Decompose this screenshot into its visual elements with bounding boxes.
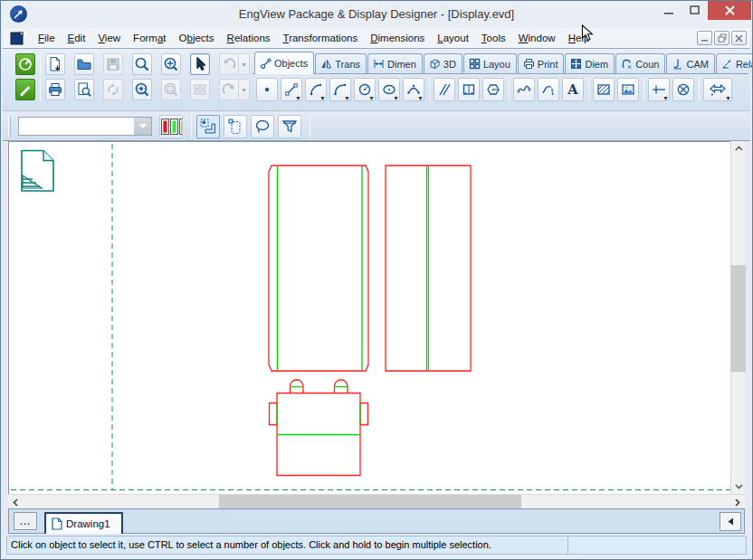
tab-print[interactable]: Print xyxy=(518,53,565,73)
tab-objects[interactable]: Objects xyxy=(254,52,314,74)
double-arrow-icon xyxy=(709,81,727,98)
menu-window[interactable]: Window xyxy=(512,30,562,46)
document-system-icon[interactable] xyxy=(10,32,25,45)
zoom-fit-button[interactable] xyxy=(132,79,152,100)
combobox-dropdown-icon[interactable] xyxy=(134,118,151,135)
tab-3d[interactable]: 3D xyxy=(424,53,462,73)
menu-objects[interactable]: Objects xyxy=(173,30,221,46)
circle-tool[interactable]: ▼ xyxy=(354,78,376,101)
objects-tab-icon xyxy=(260,58,272,70)
cube-3d-tab-icon xyxy=(429,58,441,70)
select-inside-button[interactable] xyxy=(224,115,247,138)
menu-relations[interactable]: Relations xyxy=(221,30,277,46)
save-icon xyxy=(105,56,121,72)
undo-button[interactable]: ▼ xyxy=(219,53,250,75)
tab-transformations[interactable]: Trans xyxy=(315,53,367,73)
mdi-restore-button[interactable] xyxy=(714,31,729,45)
drawing-canvas[interactable] xyxy=(8,141,732,494)
mdi-close-icon xyxy=(735,34,743,43)
line-styles-button[interactable] xyxy=(159,115,183,138)
arc-corner-tool[interactable]: ▼ xyxy=(329,78,351,101)
center-mark-tool[interactable]: ▼ xyxy=(648,78,670,101)
tab-counter[interactable]: Coun xyxy=(615,53,665,73)
layout-table-button[interactable] xyxy=(190,79,210,100)
print-button[interactable] xyxy=(45,79,65,100)
maximize-button[interactable] xyxy=(682,1,708,20)
arc-3-point-tool[interactable]: ▼ xyxy=(403,78,424,101)
mdi-minimize-button[interactable] xyxy=(697,31,712,45)
picture-icon xyxy=(620,81,636,98)
point-tool[interactable] xyxy=(256,78,278,101)
spline-tool[interactable] xyxy=(513,78,535,101)
drawing-sheet-icon xyxy=(52,517,62,530)
zoom-icon xyxy=(134,56,150,72)
horizontal-scroll-thumb[interactable] xyxy=(219,495,521,509)
select-touching-button[interactable] xyxy=(196,115,220,138)
status-side-panel xyxy=(568,536,746,554)
tab-dimensions[interactable]: Dimen xyxy=(367,53,423,73)
scroll-right-icon[interactable] xyxy=(730,495,745,509)
minimize-button[interactable] xyxy=(655,1,682,20)
zoom-pan-button[interactable] xyxy=(161,53,181,75)
tab-diemaking[interactable]: Diem xyxy=(565,53,615,73)
menu-layout[interactable]: Layout xyxy=(431,30,475,46)
save-button[interactable] xyxy=(103,53,123,75)
sheet-overflow-button[interactable]: ... xyxy=(14,512,37,530)
arc-tool[interactable]: ▼ xyxy=(305,78,327,101)
toolbar-separator xyxy=(699,78,700,101)
open-button[interactable] xyxy=(74,53,94,75)
redo-icon xyxy=(221,81,237,98)
point-icon xyxy=(259,81,275,98)
print-preview-button[interactable] xyxy=(74,79,94,100)
tab-cam[interactable]: CAM xyxy=(666,53,714,73)
sheet-nav-previous-button[interactable] xyxy=(720,512,741,531)
style-combobox[interactable] xyxy=(18,117,152,136)
tab-relations[interactable]: Relat xyxy=(716,53,753,73)
sheet-tab-drawing1[interactable]: Drawing1 xyxy=(44,512,123,534)
zoom-window-button[interactable] xyxy=(161,79,181,100)
undo-dropdown[interactable]: ▼ xyxy=(239,53,250,75)
vertical-scrollbar[interactable] xyxy=(730,141,745,494)
ellipse-tool[interactable]: ▼ xyxy=(378,78,400,101)
scroll-up-icon[interactable] xyxy=(731,141,746,156)
lasso-select-button[interactable] xyxy=(251,115,274,138)
scroll-left-icon[interactable] xyxy=(8,495,23,509)
engview-home-button[interactable] xyxy=(15,53,35,75)
hatch-tool[interactable] xyxy=(593,78,615,101)
parallel-lines-tool[interactable] xyxy=(434,78,455,101)
redo-dropdown[interactable]: ▼ xyxy=(239,79,250,100)
menu-file[interactable]: File xyxy=(32,30,62,46)
selection-filter-button[interactable] xyxy=(278,115,301,138)
menu-view[interactable]: View xyxy=(91,30,127,46)
dieline-drawing[interactable] xyxy=(9,142,733,495)
scroll-down-icon[interactable] xyxy=(731,479,746,494)
horizontal-scrollbar[interactable] xyxy=(8,494,745,508)
menu-tools[interactable]: Tools xyxy=(475,30,512,46)
menu-transformations[interactable]: Transformations xyxy=(277,30,365,46)
title-bar[interactable]: EngView Package & Display Designer - [Di… xyxy=(2,1,751,28)
picture-tool[interactable] xyxy=(617,78,639,101)
panel-rectangle-tool[interactable] xyxy=(458,78,480,101)
freehand-curve-tool[interactable] xyxy=(538,78,559,101)
zoom-button[interactable] xyxy=(132,53,152,75)
menu-dimensions[interactable]: Dimensions xyxy=(364,30,431,46)
edit-drawing-button[interactable] xyxy=(15,79,35,100)
line-styles-icon xyxy=(160,118,182,136)
text-tool[interactable]: A xyxy=(562,78,584,101)
redo-button[interactable]: ▼ xyxy=(219,79,250,100)
new-document-button[interactable] xyxy=(45,53,65,75)
toolbar-grip[interactable] xyxy=(8,117,11,137)
circle-cross-tool[interactable] xyxy=(672,78,694,101)
double-arrow-tool[interactable]: ▼ xyxy=(703,78,732,101)
select-tool-button[interactable] xyxy=(190,53,210,75)
mdi-close-button[interactable] xyxy=(731,31,747,45)
close-icon xyxy=(725,5,735,15)
refresh-button[interactable] xyxy=(103,79,123,100)
polygon-tool[interactable] xyxy=(482,78,504,101)
vertical-scroll-thumb[interactable] xyxy=(731,265,746,372)
close-button[interactable] xyxy=(708,1,751,20)
menu-format[interactable]: Format xyxy=(127,30,172,46)
tab-layout[interactable]: Layou xyxy=(463,53,517,73)
menu-edit[interactable]: Edit xyxy=(62,30,92,46)
line-tool[interactable]: ▼ xyxy=(281,78,302,101)
